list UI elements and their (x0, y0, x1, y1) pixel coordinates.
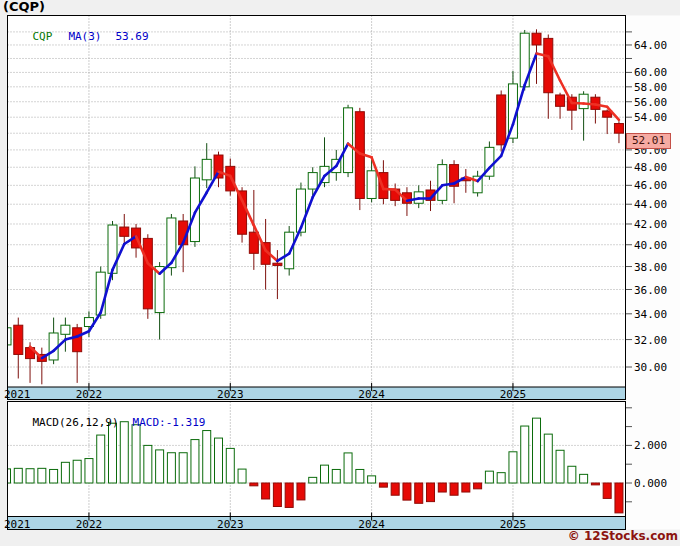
macd-bar-positive (521, 426, 529, 483)
macd-bar-negative (591, 483, 599, 485)
stock-chart-page: 2021202220232024202520212022202320242025… (0, 0, 680, 546)
candle-body-up (61, 325, 70, 334)
price-axis-label: 58.00 (634, 81, 667, 94)
price-axis-label: 34.00 (634, 308, 667, 321)
macd-bar-negative (450, 483, 458, 495)
price-axis-label: 44.00 (634, 198, 667, 211)
candle-body-up (344, 108, 353, 173)
ma3-line-segment (584, 104, 596, 105)
candle-body-up (285, 232, 294, 269)
candle-body-down (120, 227, 129, 236)
macd-bar-positive (485, 471, 493, 483)
macd-bar-positive (533, 418, 541, 483)
macd-axis-label: 0.000 (634, 477, 667, 490)
price-axis-label: 56.00 (634, 96, 667, 109)
candle-body-down (249, 232, 258, 253)
macd-bar-positive (321, 465, 329, 483)
candle-body-up (2, 328, 11, 345)
ma-period-label: MA(3) (68, 30, 101, 43)
macd-bar-positive (309, 477, 317, 483)
macd-bar-positive (167, 453, 175, 483)
macd-bar-positive (497, 473, 505, 483)
macd-bar-positive (556, 450, 564, 483)
price-axis-label: 64.00 (634, 39, 667, 52)
macd-indicator-label: MACD(26,12,9) (33, 416, 119, 429)
x-axis-year-label: 2025 (500, 518, 527, 531)
macd-bar-negative (474, 483, 482, 489)
macd-bar-positive (368, 476, 376, 483)
candle-body-up (167, 218, 176, 268)
macd-bar-negative (297, 483, 305, 500)
macd-bar-positive (356, 469, 364, 483)
watermark: © 12Stocks.com (568, 529, 678, 543)
macd-bar-positive (215, 438, 223, 483)
macd-bar-positive (568, 466, 576, 483)
price-axis-label: 32.00 (634, 334, 667, 347)
macd-bar-negative (379, 483, 387, 487)
macd-bar-negative (427, 483, 435, 502)
macd-bar-negative (403, 483, 411, 500)
candle-body-up (438, 165, 447, 201)
candle-body-down (143, 238, 152, 308)
candle-body-up (202, 159, 211, 179)
macd-bar-negative (273, 483, 281, 507)
x-axis-year-label: 2022 (76, 388, 103, 401)
x-axis-year-label: 2023 (217, 518, 244, 531)
candle-body-down (556, 95, 565, 106)
price-axis-label: 48.00 (634, 161, 667, 174)
macd-bar-negative (462, 483, 470, 492)
price-axis-label: 38.00 (634, 261, 667, 274)
macd-axis-label: 2.000 (634, 439, 667, 452)
price-axis-label: 42.00 (634, 218, 667, 231)
candle-body-down (273, 263, 282, 265)
x-axis-year-label: 2025 (500, 388, 527, 401)
ma3-line-segment (383, 189, 395, 190)
ma3-line-segment (572, 103, 584, 104)
macd-bar-positive (3, 469, 11, 483)
macd-bar-positive (85, 459, 93, 483)
macd-bar-positive (179, 453, 187, 483)
x-axis-year-label: 2022 (76, 518, 103, 531)
macd-bar-positive (61, 462, 69, 483)
candle-body-down (73, 328, 82, 352)
macd-bar-positive (344, 453, 352, 483)
macd-bar-negative (285, 483, 293, 507)
macd-bar-negative (250, 483, 258, 486)
price-axis-label: 36.00 (634, 284, 667, 297)
macd-bar-negative (391, 483, 399, 495)
macd-bar-negative (415, 483, 423, 503)
macd-value-label: MACD:-1.319 (133, 416, 206, 429)
chart-canvas: 2021202220232024202520212022202320242025… (0, 0, 680, 546)
macd-bar-positive (26, 469, 34, 483)
macd-bar-positive (50, 469, 58, 483)
price-axis-label: 40.00 (634, 239, 667, 252)
page-title: (CQP) (3, 0, 45, 14)
macd-bar-negative (615, 483, 623, 513)
candle-body-down (614, 124, 623, 134)
macd-bar-positive (156, 450, 164, 483)
macd-bar-positive (580, 474, 588, 483)
ma3-line-segment (442, 183, 454, 185)
macd-bar-negative (262, 483, 270, 499)
x-axis-year-label: 2024 (358, 388, 385, 401)
macd-bar-positive (191, 440, 199, 483)
x-axis-year-label: 2023 (217, 388, 244, 401)
price-panel-background (8, 16, 626, 400)
macd-bar-positive (144, 445, 152, 483)
candle-body-up (308, 173, 317, 189)
price-axis-label: 54.00 (634, 111, 667, 124)
candle-body-down (497, 95, 506, 145)
price-axis-label: 60.00 (634, 66, 667, 79)
candle-body-down (532, 33, 541, 45)
candle-body-down (14, 325, 23, 354)
ticker-symbol-label: CQP (33, 30, 53, 43)
macd-bar-positive (238, 469, 246, 483)
candle-body-down (214, 155, 223, 178)
macd-bar-negative (438, 483, 446, 492)
macd-bar-positive (226, 448, 234, 483)
macd-bar-positive (97, 435, 105, 483)
last-price-badge: 52.01 (626, 133, 671, 149)
candle-body-up (579, 94, 588, 108)
price-axis-label: 46.00 (634, 179, 667, 192)
price-legend: CQPMA(3)53.69 (6, 17, 149, 56)
